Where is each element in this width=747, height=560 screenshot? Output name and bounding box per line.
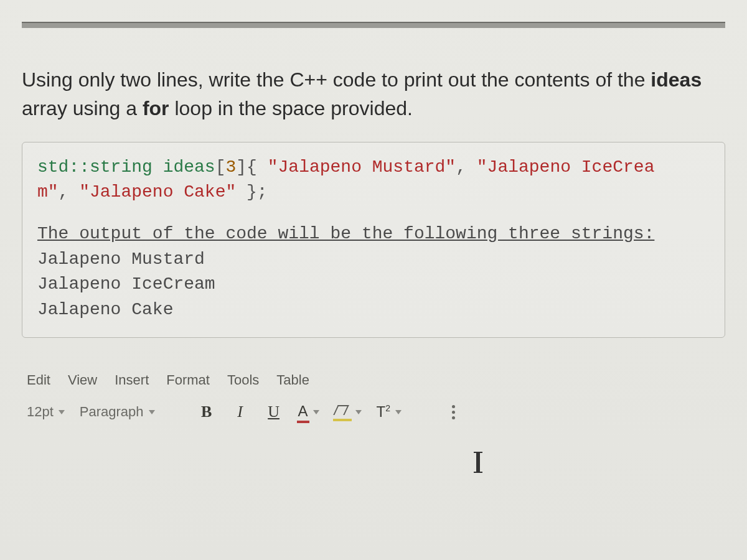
code-sep2: ,: [59, 182, 80, 202]
header-divider: [22, 22, 725, 28]
bold-icon: B: [201, 403, 212, 421]
text-color-icon: A: [298, 403, 308, 422]
question-bold-ideas: ideas: [651, 68, 702, 91]
question-line1: Using only two lines, write the C++ code…: [22, 68, 651, 91]
paragraph-style-dropdown[interactable]: Paragraph: [80, 404, 155, 420]
code-declaration-line2: m", "Jalapeno Cake" };: [37, 180, 710, 205]
code-end: };: [236, 182, 267, 202]
code-declaration: std::string ideas[3]{ "Jalapeno Mustard"…: [37, 155, 710, 180]
bold-button[interactable]: B: [197, 401, 216, 423]
more-vertical-icon: [452, 405, 455, 419]
code-sep1: ,: [456, 157, 477, 177]
font-size-dropdown[interactable]: 12pt: [27, 404, 65, 420]
code-bracket-close: ]{: [236, 157, 267, 177]
code-block: std::string ideas[3]{ "Jalapeno Mustard"…: [22, 142, 725, 338]
paragraph-style-value: Paragraph: [80, 404, 144, 420]
chevron-down-icon: [313, 410, 319, 414]
output-line-3: Jalapeno Cake: [37, 297, 710, 323]
code-var: ideas: [163, 157, 215, 177]
editor-menubar: Edit View Insert Format Tools Table: [22, 372, 725, 397]
output-line-1: Jalapeno Mustard: [37, 247, 710, 273]
font-size-value: 12pt: [27, 404, 54, 420]
underline-icon: U: [268, 403, 280, 421]
question-bold-for: for: [143, 97, 169, 119]
underline-button[interactable]: U: [265, 401, 283, 423]
more-button[interactable]: [444, 401, 463, 423]
text-cursor-icon: [476, 452, 480, 473]
code-str1: "Jalapeno Mustard": [268, 157, 456, 177]
superscript-exp: 2: [385, 403, 390, 413]
code-bracket-open: [: [215, 157, 226, 177]
menu-table[interactable]: Table: [276, 372, 309, 388]
code-str2a: "Jalapeno IceCrea: [477, 157, 655, 177]
code-str3: "Jalapeno Cake": [79, 182, 236, 202]
chevron-down-icon: [149, 410, 155, 414]
menu-format[interactable]: Format: [166, 372, 210, 388]
menu-insert[interactable]: Insert: [115, 372, 149, 388]
question-prompt: Using only two lines, write the C++ code…: [22, 65, 725, 123]
chevron-down-icon: [59, 410, 65, 414]
question-page: Using only two lines, write the C++ code…: [0, 0, 747, 560]
code-str2b: m": [37, 182, 59, 202]
superscript-icon: T2: [377, 403, 390, 421]
menu-tools[interactable]: Tools: [227, 372, 259, 388]
menu-view[interactable]: View: [68, 372, 97, 388]
code-spacer: [37, 205, 710, 222]
chevron-down-icon: [355, 410, 362, 414]
output-line-2: Jalapeno IceCream: [37, 272, 710, 297]
editor-toolbar: 12pt Paragraph B I U A T2: [22, 397, 725, 429]
menu-edit[interactable]: Edit: [27, 372, 50, 388]
highlight-icon: [334, 405, 350, 419]
code-type: std::string: [37, 157, 153, 177]
code-size: 3: [225, 157, 236, 177]
question-mid: array using a: [22, 97, 143, 119]
italic-button[interactable]: I: [231, 401, 250, 423]
chevron-down-icon: [395, 410, 402, 414]
superscript-dropdown[interactable]: T2: [377, 403, 402, 421]
editor-body[interactable]: [22, 436, 725, 473]
text-color-dropdown[interactable]: A: [298, 403, 319, 422]
highlight-dropdown[interactable]: [334, 405, 362, 419]
question-post: loop in the space provided.: [174, 97, 412, 119]
italic-icon: I: [237, 403, 243, 421]
superscript-t: T: [377, 403, 386, 420]
output-header: The output of the code will be the follo…: [37, 222, 710, 247]
